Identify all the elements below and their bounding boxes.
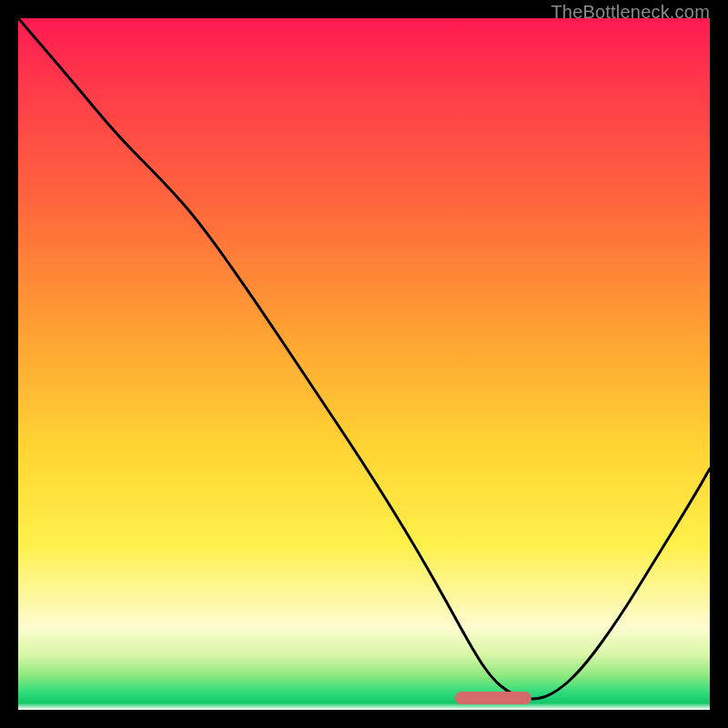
optimum-pill bbox=[455, 692, 531, 704]
curve-layer bbox=[18, 18, 710, 710]
plot-frame: TheBottleneck.com bbox=[18, 18, 710, 710]
plot-area bbox=[18, 18, 710, 710]
bottleneck-curve bbox=[18, 18, 710, 699]
